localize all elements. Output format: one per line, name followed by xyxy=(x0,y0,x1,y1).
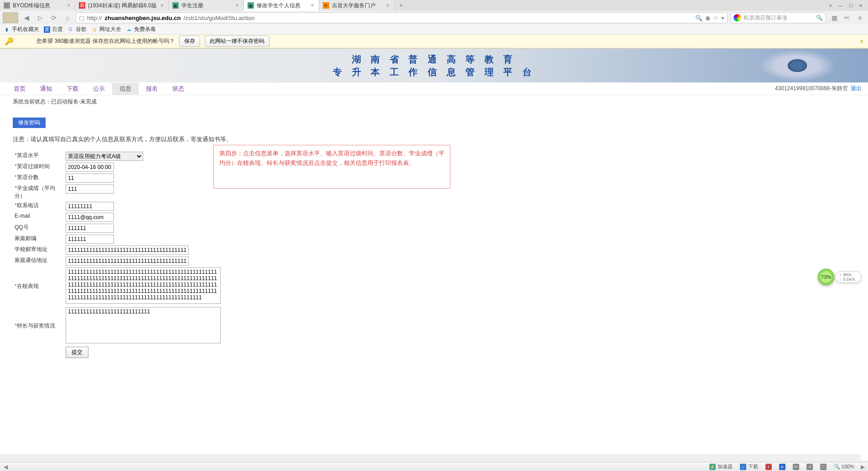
dropdown-icon[interactable]: ▾ xyxy=(721,15,724,21)
english-score-label: 英语分数 xyxy=(17,174,39,180)
window-controls: ≡ — ☐ ✕ xyxy=(823,0,868,11)
window-close-icon[interactable]: ✕ xyxy=(856,2,865,9)
search-engine-icon xyxy=(734,14,741,21)
talents-label: 特长与获奖情况 xyxy=(17,323,55,329)
bookmark-google[interactable]: G 谷歌 xyxy=(67,26,87,33)
tab-label: BYOD终端信息 xyxy=(13,2,50,10)
user-info: 430124199810070068-朱静宜 退出 xyxy=(775,85,862,92)
campus-perf-label: 在校表现 xyxy=(17,283,39,289)
upload-speed: 0K/s xyxy=(843,272,852,277)
home-zip-label: 家庭邮编 xyxy=(15,235,36,241)
tab-portal[interactable]: ☀ 吉首大学服务门户 × xyxy=(319,0,394,11)
extensions-icon[interactable]: ▦ xyxy=(829,12,840,23)
window-minimize-icon[interactable]: — xyxy=(836,2,845,9)
search-icon[interactable]: 🔍 xyxy=(695,15,703,21)
url-scheme: http:// xyxy=(87,15,102,21)
tab-icon: ▣ xyxy=(172,2,179,9)
tab-bar: □ BYOD终端信息 × 易 (1934封未读) 网易邮箱6.0版 × ▣ 学生… xyxy=(0,0,868,11)
bookmark-sites[interactable]: ◎ 网址大全 xyxy=(91,26,121,33)
cloud-icon: ☁ xyxy=(126,26,132,33)
star-icon[interactable]: ☆ xyxy=(713,15,718,21)
nav-signup[interactable]: 报名 xyxy=(139,83,165,95)
exit-link[interactable]: 退出 xyxy=(851,85,862,92)
mobile-icon: ▮ xyxy=(4,26,10,33)
password-save-bar: 🔑 您希望 360极速浏览器 保存您在此网站上使用的帐号吗？ 保存 此网站一律不… xyxy=(0,35,868,48)
nav-download[interactable]: 下载 xyxy=(59,83,86,95)
home-button[interactable]: ⌂ xyxy=(62,12,73,23)
nav-info[interactable]: 信息 xyxy=(112,83,139,95)
upload-icon: ↑ xyxy=(839,272,842,277)
tab-label: (1934封未读) 网易邮箱6.0版 xyxy=(88,2,157,10)
content-area: 修改密码 注意：请认真填写自己真实的个人信息及联系方式，方便以后联系，寄发通知书… xyxy=(0,108,868,368)
tab-mail[interactable]: 易 (1934封未读) 网易邮箱6.0版 × xyxy=(75,0,169,11)
banner-line2: 专 升 本 工 作 信 息 管 理 平 台 xyxy=(333,66,535,78)
compat-icon[interactable]: ◉ xyxy=(705,15,710,21)
bookmark-baidu[interactable]: 度 百度 xyxy=(44,26,63,33)
tab-register[interactable]: ▣ 学生注册 × xyxy=(169,0,244,11)
english-date-input[interactable] xyxy=(66,163,114,172)
forward-button[interactable]: ▷ xyxy=(35,12,46,23)
tab-icon: 易 xyxy=(79,2,85,9)
nav-status[interactable]: 状态 xyxy=(165,83,191,95)
talents-textarea[interactable] xyxy=(66,307,221,343)
nav-notice[interactable]: 通知 xyxy=(33,83,59,95)
tab-label: 修改学生个人信息 xyxy=(257,2,300,10)
new-tab-button[interactable]: + xyxy=(394,0,408,11)
campus-perf-textarea[interactable] xyxy=(66,267,221,304)
scissors-icon[interactable]: ✂ xyxy=(842,12,852,23)
email-input[interactable] xyxy=(66,213,114,222)
back-button[interactable]: ◀ xyxy=(21,12,32,23)
bookmark-bar: ▮ 手机收藏夹 度 百度 G 谷歌 ◎ 网址大全 ☁ 免费杀毒 xyxy=(0,25,868,35)
tab-modify-info[interactable]: ▣ 修改学生个人信息 × xyxy=(244,0,319,11)
sites-icon: ◎ xyxy=(91,26,98,33)
bookmark-label: 手机收藏夹 xyxy=(12,26,39,33)
window-menu-icon[interactable]: ≡ xyxy=(826,2,835,9)
tab-icon: ☀ xyxy=(323,2,329,9)
horizontal-scrollbar[interactable] xyxy=(0,455,861,461)
reload-button[interactable]: ⟳ xyxy=(48,12,59,23)
banner-title: 湖 南 省 普 通 高 等 教 育 专 升 本 工 作 信 息 管 理 平 台 xyxy=(333,53,535,78)
bookmark-antivirus[interactable]: ☁ 免费杀毒 xyxy=(126,26,156,33)
lock-icon: ▢ xyxy=(79,15,84,21)
tab-close-icon[interactable]: × xyxy=(310,2,315,9)
tab-close-icon[interactable]: × xyxy=(385,2,390,9)
home-addr-input[interactable] xyxy=(66,256,189,266)
menu-icon[interactable]: ≡ xyxy=(854,12,865,23)
nav-public[interactable]: 公示 xyxy=(86,83,112,95)
home-zip-input[interactable] xyxy=(66,235,114,244)
search-input[interactable]: 机票酒店预订暴涨 🔍 xyxy=(730,12,826,23)
tab-byod[interactable]: □ BYOD终端信息 × xyxy=(0,0,75,11)
speed-pill: ↑0K/s ↓0.1K/s xyxy=(835,271,862,283)
nav-menu: 首页 通知 下载 公示 信息 报名 状态 430124199810070068-… xyxy=(0,82,868,95)
phone-input[interactable] xyxy=(66,202,114,211)
qq-input[interactable] xyxy=(66,224,114,233)
never-save-password-button[interactable]: 此网站一律不保存密码 xyxy=(205,36,269,47)
english-level-select[interactable]: 英语应用能力考试A级 xyxy=(66,152,143,161)
english-score-input[interactable] xyxy=(66,174,114,183)
change-password-button[interactable]: 修改密码 xyxy=(13,118,46,128)
tab-close-icon[interactable]: × xyxy=(235,2,240,9)
close-bar-icon[interactable]: × xyxy=(860,38,863,45)
bookmark-label: 谷歌 xyxy=(76,26,87,33)
qq-label: QQ号 xyxy=(15,224,29,230)
gpa-input[interactable] xyxy=(66,184,114,194)
search-go-icon[interactable]: 🔍 xyxy=(816,15,823,21)
window-maximize-icon[interactable]: ☐ xyxy=(846,2,855,9)
english-level-label: 英语水平 xyxy=(17,152,39,159)
save-password-button[interactable]: 保存 xyxy=(179,36,200,47)
download-icon: ↓ xyxy=(839,277,842,282)
school-addr-input[interactable] xyxy=(66,246,189,255)
speed-widget[interactable]: 73% ↑0K/s ↓0.1K/s xyxy=(818,269,862,285)
speed-badge: 73% xyxy=(818,269,834,285)
tab-close-icon[interactable]: × xyxy=(160,2,165,9)
url-input[interactable]: ▢ http://zhuanshengben.jsu.edu.cn/zsb1/s… xyxy=(76,12,728,23)
tab-close-icon[interactable]: × xyxy=(66,2,71,9)
page-thumbnail-icon[interactable] xyxy=(3,12,18,23)
phone-label: 联系电话 xyxy=(17,202,39,209)
nav-home[interactable]: 首页 xyxy=(6,83,33,95)
url-actions: 🔍 ◉ ☆ ▾ xyxy=(695,15,724,21)
submit-button[interactable]: 提交 xyxy=(66,347,88,358)
bookmark-mobile[interactable]: ▮ 手机收藏夹 xyxy=(4,26,39,33)
form-notice: 注意：请认真填写自己真实的个人信息及联系方式，方便以后联系，寄发通知书等。 xyxy=(13,135,855,143)
page-viewport: 湖 南 省 普 通 高 等 教 育 专 升 本 工 作 信 息 管 理 平 台 … xyxy=(0,49,868,461)
